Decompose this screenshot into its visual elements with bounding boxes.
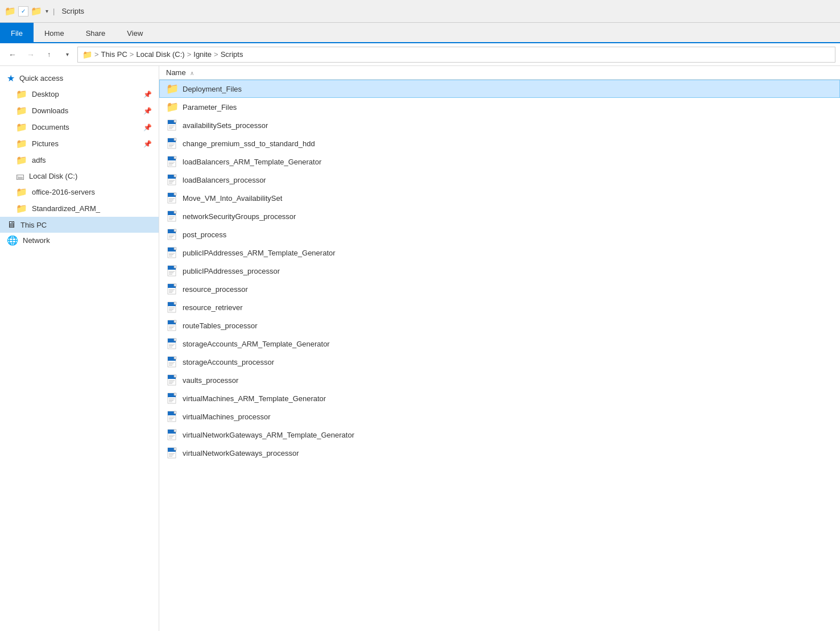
list-item[interactable]: vaults_processor <box>159 371 840 389</box>
file-name: storageAccounts_ARM_Template_Generator <box>183 340 330 348</box>
title-bar: 📁 ✓ 📁 ▾ | Scripts <box>0 0 840 23</box>
ps1-file-icon <box>167 393 178 404</box>
file-name: publicIPAddresses_processor <box>183 267 280 275</box>
sidebar-item-quick-access[interactable]: ★ Quick access <box>0 71 159 86</box>
folder-icon-standardized: 📁 <box>16 203 27 214</box>
ribbon-tabs: File Home Share View <box>0 23 840 43</box>
sidebar-item-network[interactable]: 🌐 Network <box>0 233 159 248</box>
folder-icon-adfs: 📁 <box>16 155 27 166</box>
pin-icon-pictures: 📌 <box>143 140 152 148</box>
file-name: availabilitySets_processor <box>183 121 268 130</box>
list-item[interactable]: publicIPAddresses_ARM_Template_Generator <box>159 244 840 262</box>
svg-rect-94 <box>174 357 176 359</box>
sidebar-item-standardized[interactable]: 📁 Standardized_ARM_ <box>0 200 159 217</box>
list-item[interactable]: virtualMachines_ARM_Template_Generator <box>159 389 840 407</box>
sidebar-item-local-disk[interactable]: 🖴 Local Disk (C:) <box>0 168 159 184</box>
tab-share[interactable]: Share <box>75 23 117 43</box>
title-check-icon: ✓ <box>18 6 28 17</box>
svg-rect-66 <box>174 284 176 286</box>
file-name: virtualNetworkGateways_processor <box>183 449 299 457</box>
list-item[interactable]: loadBalancers_ARM_Template_Generator <box>159 152 840 171</box>
sidebar-item-this-pc[interactable]: 🖥 This PC <box>0 217 159 233</box>
local-disk-label: Local Disk (C:) <box>29 172 77 180</box>
address-path[interactable]: 📁 > This PC > Local Disk (C:) > Ignite >… <box>77 47 835 63</box>
ps1-file-icon <box>167 338 178 349</box>
sidebar-item-pictures[interactable]: 📁 Pictures 📌 <box>0 135 159 152</box>
list-item[interactable]: resource_processor <box>159 280 840 298</box>
path-ignite[interactable]: Ignite <box>193 50 212 59</box>
main-layout: ★ Quick access 📁 Desktop 📌 📁 Downloads 📌… <box>0 66 840 631</box>
ps1-file-icon <box>167 156 178 167</box>
list-item[interactable]: availabilitySets_processor <box>159 116 840 134</box>
list-item[interactable]: post_process <box>159 225 840 244</box>
ps1-file-icon <box>167 247 178 258</box>
list-item[interactable]: virtualNetworkGateways_processor <box>159 444 840 462</box>
network-label: Network <box>23 236 50 245</box>
folder-file-icon: 📁 <box>167 83 178 94</box>
svg-rect-31 <box>174 193 176 195</box>
folder-icon-documents: 📁 <box>16 122 27 133</box>
sidebar-item-downloads[interactable]: 📁 Downloads 📌 <box>0 102 159 119</box>
column-name[interactable]: Name ∧ <box>166 68 833 77</box>
file-name: loadBalancers_processor <box>183 176 266 184</box>
list-item[interactable]: virtualMachines_processor <box>159 407 840 426</box>
ps1-file-icon <box>167 265 178 277</box>
ps1-file-icon <box>167 138 178 149</box>
list-item[interactable]: publicIPAddresses_processor <box>159 262 840 280</box>
sidebar-item-documents[interactable]: 📁 Documents 📌 <box>0 119 159 135</box>
file-name: change_premium_ssd_to_standard_hdd <box>183 139 315 148</box>
file-name: routeTables_processor <box>183 321 258 330</box>
list-item[interactable]: storageAccounts_ARM_Template_Generator <box>159 335 840 353</box>
svg-rect-87 <box>174 339 176 341</box>
svg-rect-45 <box>174 229 176 232</box>
title-dropdown-icon[interactable]: ▾ <box>45 8 48 14</box>
list-item[interactable]: 📁Parameter_Files <box>159 98 840 116</box>
sidebar-item-adfs[interactable]: 📁 adfs <box>0 152 159 168</box>
pin-icon-documents: 📌 <box>143 123 152 131</box>
ps1-file-icon <box>167 429 178 440</box>
up-button[interactable]: ↑ <box>41 47 57 63</box>
list-item[interactable]: routeTables_processor <box>159 316 840 335</box>
svg-rect-17 <box>174 156 176 159</box>
list-item[interactable]: virtualNetworkGateways_ARM_Template_Gene… <box>159 426 840 444</box>
this-pc-label: This PC <box>20 221 47 229</box>
quick-access-label: Quick access <box>19 74 63 83</box>
adfs-label: adfs <box>32 156 46 164</box>
standardized-label: Standardized_ARM_ <box>32 204 100 213</box>
desktop-label: Desktop <box>32 90 59 98</box>
tab-view[interactable]: View <box>116 23 154 43</box>
list-item[interactable]: loadBalancers_processor <box>159 171 840 189</box>
sidebar-item-desktop[interactable]: 📁 Desktop 📌 <box>0 86 159 102</box>
tab-file[interactable]: File <box>0 23 34 43</box>
list-item[interactable]: resource_retriever <box>159 298 840 316</box>
list-item[interactable]: Move_VM_Into_AvailabilitySet <box>159 189 840 207</box>
path-scripts[interactable]: Scripts <box>221 50 243 59</box>
path-local-disk[interactable]: Local Disk (C:) <box>136 50 184 59</box>
svg-rect-52 <box>174 248 176 250</box>
file-name: Parameter_Files <box>183 103 237 112</box>
svg-rect-129 <box>174 448 176 450</box>
list-item[interactable]: networkSecurityGroups_processor <box>159 207 840 225</box>
window-title: Scripts <box>61 7 84 15</box>
forward-button[interactable]: → <box>23 47 39 63</box>
path-sep2: > <box>187 50 192 59</box>
svg-rect-59 <box>174 266 176 268</box>
ps1-file-icon <box>167 283 178 295</box>
file-name: virtualMachines_processor <box>183 413 271 421</box>
tab-home[interactable]: Home <box>34 23 75 43</box>
pc-icon: 🖥 <box>7 220 16 230</box>
sidebar-item-office[interactable]: 📁 office-2016-servers <box>0 184 159 200</box>
file-list: Name ∧ 📁Deployment_Files📁Parameter_Files… <box>159 66 840 631</box>
svg-rect-115 <box>174 411 176 414</box>
ps1-file-icon <box>167 320 178 331</box>
path-this-pc[interactable]: This PC <box>101 50 127 59</box>
list-item[interactable]: change_premium_ssd_to_standard_hdd <box>159 134 840 152</box>
disk-icon: 🖴 <box>16 171 24 181</box>
pin-icon-downloads: 📌 <box>143 107 152 115</box>
file-name: publicIPAddresses_ARM_Template_Generator <box>183 249 336 257</box>
recent-dropdown-button[interactable]: ▾ <box>59 47 75 63</box>
list-item[interactable]: 📁Deployment_Files <box>159 80 840 98</box>
ps1-file-icon <box>167 302 178 313</box>
back-button[interactable]: ← <box>5 47 20 63</box>
list-item[interactable]: storageAccounts_processor <box>159 353 840 371</box>
